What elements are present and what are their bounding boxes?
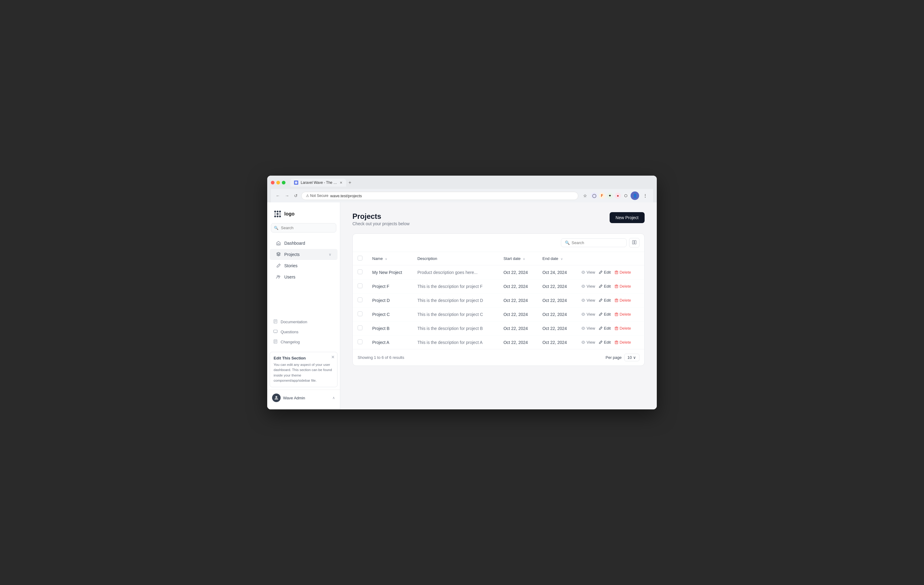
- tab-close-btn[interactable]: ✕: [340, 181, 342, 185]
- extension-4[interactable]: ●: [615, 193, 621, 199]
- svg-rect-12: [635, 240, 636, 244]
- row-checkbox[interactable]: [358, 297, 363, 302]
- row-end-date: Oct 24, 2024: [538, 265, 576, 279]
- delete-btn[interactable]: Delete: [614, 326, 631, 331]
- header-name-label: Name: [372, 256, 383, 261]
- wave-admin-avatar: [272, 393, 280, 402]
- row-name: Project F: [367, 279, 412, 293]
- browser-tab[interactable]: Laravel Wave - The Software ✕: [290, 178, 346, 187]
- per-page-label: Per page: [606, 355, 622, 360]
- refresh-btn[interactable]: ↺: [293, 192, 299, 199]
- edit-btn[interactable]: Edit: [599, 298, 610, 302]
- start-date-sort-icon: ∨: [523, 257, 525, 261]
- table-row: My New Project Product description goes …: [353, 265, 644, 279]
- row-end-date: Oct 22, 2024: [538, 335, 576, 349]
- more-options-btn[interactable]: ⋮: [641, 192, 650, 200]
- table-header: Name ∨ Description Start date ∨: [353, 252, 644, 265]
- row-name: Project B: [367, 321, 412, 335]
- back-btn[interactable]: ←: [274, 192, 281, 199]
- column-toggle-btn[interactable]: [629, 238, 639, 248]
- svg-point-21: [582, 327, 584, 329]
- sidebar: logo 🔍 Dashboard Projects: [267, 202, 340, 409]
- table-row: Project F This is the description for pr…: [353, 279, 644, 293]
- header-end-date[interactable]: End date ∨: [538, 252, 576, 265]
- sidebar-item-dashboard[interactable]: Dashboard: [270, 238, 338, 249]
- close-window-btn[interactable]: [271, 181, 274, 185]
- extension-2[interactable]: F: [599, 193, 605, 199]
- per-page-select[interactable]: 10 ∨: [624, 354, 639, 361]
- sidebar-item-changelog[interactable]: Changelog: [270, 337, 338, 347]
- forward-btn[interactable]: →: [284, 192, 290, 199]
- edit-btn[interactable]: Edit: [599, 326, 610, 331]
- sidebar-item-projects[interactable]: Projects ∨: [270, 249, 338, 260]
- row-checkbox[interactable]: [358, 326, 363, 330]
- documentation-label: Documentation: [280, 320, 307, 324]
- row-name: Project A: [367, 335, 412, 349]
- view-btn[interactable]: View: [581, 312, 595, 317]
- row-actions: View Edit Delete: [576, 307, 644, 321]
- tab-favicon: [294, 180, 298, 185]
- delete-btn[interactable]: Delete: [614, 270, 631, 274]
- sidebar-item-documentation[interactable]: Documentation: [270, 317, 338, 327]
- sidebar-search[interactable]: 🔍: [271, 223, 336, 233]
- delete-btn[interactable]: Delete: [614, 284, 631, 289]
- end-date-sort-icon: ∨: [561, 257, 563, 261]
- doc-icon: [273, 319, 277, 324]
- sidebar-nav: Dashboard Projects ∨ Stories: [267, 237, 340, 314]
- view-btn[interactable]: View: [581, 284, 595, 289]
- layers-icon: [276, 252, 281, 257]
- maximize-window-btn[interactable]: [282, 181, 285, 185]
- search-input[interactable]: [271, 223, 336, 233]
- minimize-window-btn[interactable]: [276, 181, 280, 185]
- wave-admin-chevron-icon[interactable]: ∧: [332, 396, 335, 400]
- extension-3[interactable]: ✦: [607, 193, 613, 199]
- sidebar-item-stories[interactable]: Stories: [270, 260, 338, 271]
- edit-btn[interactable]: Edit: [599, 340, 610, 345]
- view-btn[interactable]: View: [581, 340, 595, 345]
- bookmark-btn[interactable]: ☆: [581, 192, 589, 200]
- home-icon: [276, 240, 281, 246]
- profile-btn[interactable]: 👤: [630, 192, 639, 200]
- new-tab-btn[interactable]: +: [346, 178, 354, 187]
- view-btn[interactable]: View: [581, 298, 595, 302]
- extension-5[interactable]: ⬡: [623, 193, 629, 199]
- row-checkbox[interactable]: [358, 269, 363, 274]
- row-checkbox[interactable]: [358, 283, 363, 288]
- sidebar-item-questions[interactable]: Questions: [270, 327, 338, 337]
- svg-point-15: [582, 286, 584, 287]
- row-checkbox[interactable]: [358, 339, 363, 344]
- edit-btn[interactable]: Edit: [599, 270, 610, 274]
- svg-point-13: [582, 271, 584, 273]
- table-row: Project C This is the description for pr…: [353, 307, 644, 321]
- svg-rect-1: [278, 243, 279, 245]
- row-checkbox[interactable]: [358, 311, 363, 316]
- table-search-box[interactable]: 🔍: [561, 238, 627, 247]
- svg-rect-16: [615, 286, 618, 288]
- sidebar-item-projects-label: Projects: [284, 252, 326, 257]
- header-name[interactable]: Name ∨: [367, 252, 412, 265]
- select-all-checkbox[interactable]: [358, 256, 363, 261]
- svg-rect-11: [632, 240, 634, 244]
- projects-chevron-icon: ∨: [329, 252, 332, 256]
- extension-1[interactable]: ◯: [591, 193, 597, 199]
- svg-rect-20: [615, 314, 618, 316]
- view-btn[interactable]: View: [581, 270, 595, 274]
- page-subtitle: Check out your projects below: [352, 221, 410, 226]
- sidebar-item-users[interactable]: Users: [270, 271, 338, 283]
- sidebar-bottom-links: Documentation Questions Changelog: [267, 314, 340, 349]
- edit-btn[interactable]: Edit: [599, 284, 610, 289]
- table-search-input[interactable]: [572, 240, 623, 245]
- header-description-label: Description: [417, 256, 437, 261]
- address-bar[interactable]: ⚠ Not Secure wave.test/projects: [301, 192, 578, 200]
- delete-btn[interactable]: Delete: [614, 298, 631, 302]
- edit-section-close-btn[interactable]: ✕: [331, 355, 335, 359]
- header-start-date[interactable]: Start date ∨: [498, 252, 538, 265]
- row-description: Product description goes here...: [412, 265, 498, 279]
- edit-btn[interactable]: Edit: [599, 312, 610, 317]
- delete-btn[interactable]: Delete: [614, 340, 631, 345]
- browser-navbar: ← → ↺ ⚠ Not Secure wave.test/projects ☆ …: [271, 189, 653, 202]
- view-btn[interactable]: View: [581, 326, 595, 331]
- delete-btn[interactable]: Delete: [614, 312, 631, 317]
- wave-admin-bar: Wave Admin ∧: [267, 390, 340, 405]
- new-project-btn[interactable]: New Project: [610, 212, 645, 223]
